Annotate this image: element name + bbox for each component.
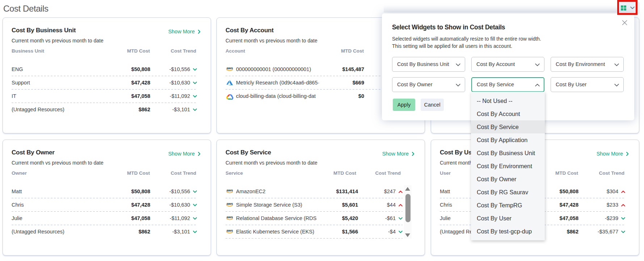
svg-text:aws: aws	[226, 215, 233, 219]
svg-text:aws: aws	[226, 66, 233, 70]
svg-text:aws: aws	[226, 188, 233, 192]
svg-text:aws: aws	[226, 228, 233, 232]
svg-text:aws: aws	[226, 202, 233, 206]
